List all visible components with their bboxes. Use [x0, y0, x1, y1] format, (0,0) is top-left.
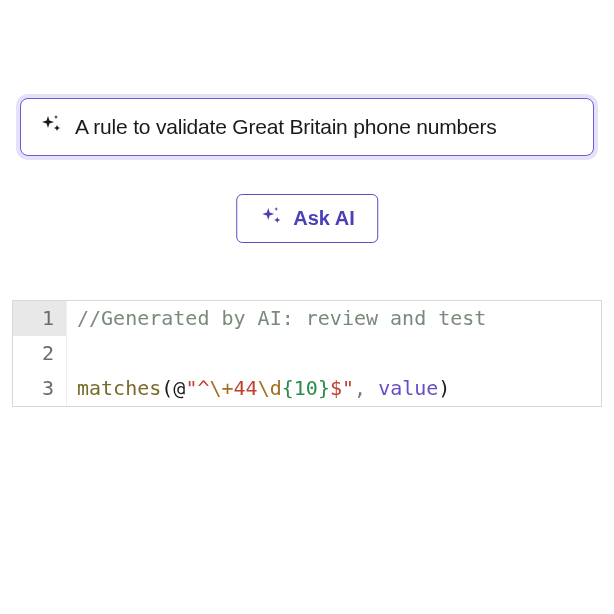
code-content: matches(@"^\+44\d{10}$", value): [67, 371, 601, 406]
tok-str: $: [330, 373, 342, 404]
tok-str: 44: [234, 373, 258, 404]
tok-esc: \+: [209, 373, 233, 404]
tok-str: ^: [197, 373, 209, 404]
ai-prompt-input[interactable]: A rule to validate Great Britain phone n…: [20, 98, 594, 156]
sparkle-icon: [259, 205, 283, 232]
ask-ai-label: Ask AI: [293, 207, 355, 230]
tok-brace: }: [318, 373, 330, 404]
tok-brace: {: [282, 373, 294, 404]
tok-quote: ": [185, 373, 197, 404]
line-number: 1: [13, 301, 67, 336]
code-line: 1 //Generated by AI: review and test: [13, 301, 601, 336]
code-comment: //Generated by AI: review and test: [77, 303, 486, 334]
code-line: 3 matches(@"^\+44\d{10}$", value): [13, 371, 601, 406]
code-content: [67, 336, 601, 371]
tok-esc: \d: [258, 373, 282, 404]
ai-prompt-value: A rule to validate Great Britain phone n…: [75, 115, 497, 139]
ask-ai-button[interactable]: Ask AI: [236, 194, 378, 243]
tok-at: @: [173, 373, 185, 404]
line-number: 3: [13, 371, 67, 406]
code-editor[interactable]: 1 //Generated by AI: review and test 2 3…: [12, 300, 602, 407]
code-line: 2: [13, 336, 601, 371]
tok-num: 10: [294, 373, 318, 404]
tok-paren: ): [438, 373, 450, 404]
code-content: //Generated by AI: review and test: [67, 301, 601, 336]
tok-func: matches: [77, 373, 161, 404]
sparkle-icon: [39, 113, 63, 141]
tok-comma: ,: [354, 373, 378, 404]
tok-quote: ": [342, 373, 354, 404]
tok-paren: (: [161, 373, 173, 404]
line-number: 2: [13, 336, 67, 371]
tok-ident: value: [378, 373, 438, 404]
